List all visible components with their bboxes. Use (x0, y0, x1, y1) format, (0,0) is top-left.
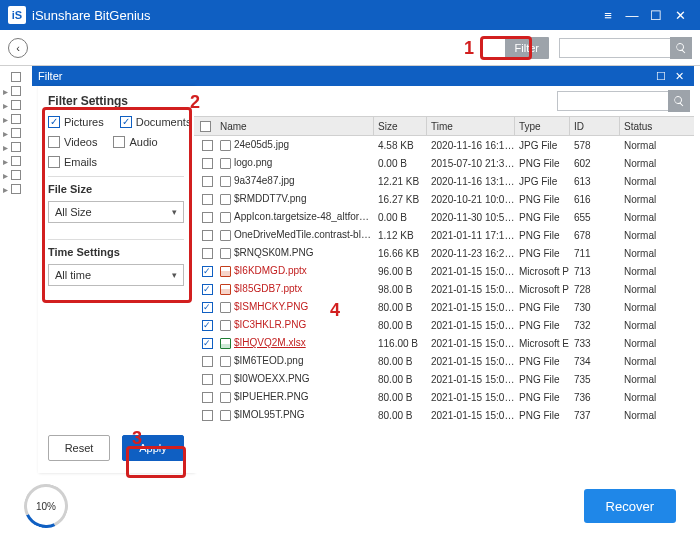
table-row[interactable]: ✓$IHQVQ2M.xlsx116.00 B2021-01-15 15:01:0… (194, 334, 694, 352)
table-row[interactable]: $RMDDT7V.png16.27 KB2020-10-21 10:07:34P… (194, 190, 694, 208)
file-time: 2021-01-15 15:01:07 (427, 302, 515, 313)
table-row[interactable]: 24e05d5.jpg4.58 KB2020-11-16 16:15:51JPG… (194, 136, 694, 154)
file-size: 1.12 KB (374, 230, 427, 241)
col-type[interactable]: Type (515, 117, 570, 135)
row-checkbox[interactable]: ✓ (202, 320, 213, 331)
col-name[interactable]: Name (216, 117, 374, 135)
file-type: JPG File (515, 140, 570, 151)
reset-button[interactable]: Reset (48, 435, 110, 461)
folder-tree[interactable]: ▸ ▸ ▸ ▸ ▸ ▸ ▸ ▸ (0, 66, 32, 473)
table-row[interactable]: AppIcon.targetsize-48_altform-lightunpla… (194, 208, 694, 226)
col-size[interactable]: Size (374, 117, 427, 135)
row-checkbox[interactable] (202, 158, 213, 169)
table-row[interactable]: ✓$I85GDB7.pptx98.00 B2021-01-15 15:01:07… (194, 280, 694, 298)
row-checkbox[interactable] (202, 248, 213, 259)
chevron-down-icon: ▾ (172, 270, 177, 280)
file-id: 735 (570, 374, 620, 385)
file-icon (220, 338, 231, 349)
file-name: $IMOL95T.PNG (234, 409, 305, 420)
row-checkbox[interactable] (202, 392, 213, 403)
table-row[interactable]: $IMOL95T.PNG80.00 B2021-01-15 15:01:07PN… (194, 406, 694, 424)
filter-button[interactable]: Filter (505, 37, 549, 59)
file-time: 2021-01-15 15:01:07 (427, 284, 515, 295)
file-size: 80.00 B (374, 410, 427, 421)
file-status: Normal (620, 392, 694, 403)
file-time: 2020-11-23 16:25:33 (427, 248, 515, 259)
file-type: PNG File (515, 410, 570, 421)
table-row[interactable]: $IM6TEOD.png80.00 B2021-01-15 15:01:07PN… (194, 352, 694, 370)
maximize-button[interactable]: ☐ (644, 8, 668, 23)
select-all-checkbox[interactable] (200, 121, 211, 132)
filter-panel: Filter Settings ✓Pictures ✓Documents ✓Vi… (38, 86, 194, 473)
filter-panel-maximize[interactable]: ☐ (652, 70, 670, 83)
close-button[interactable]: ✕ (668, 8, 692, 23)
table-row[interactable]: ✓$IC3HKLR.PNG80.00 B2021-01-15 15:01:07P… (194, 316, 694, 334)
table-row[interactable]: OneDriveMedTile.contrast-black_scale-100… (194, 226, 694, 244)
file-time: 2021-01-15 15:01:07 (427, 266, 515, 277)
toolbar-search-button[interactable] (670, 37, 692, 59)
table-row[interactable]: ✓$I6KDMGD.pptx96.00 B2021-01-15 15:01:07… (194, 262, 694, 280)
back-button[interactable]: ‹ (8, 38, 28, 58)
toolbar-search-input[interactable] (559, 38, 671, 58)
row-checkbox[interactable]: ✓ (202, 266, 213, 277)
row-checkbox[interactable]: ✓ (202, 338, 213, 349)
table-row[interactable]: $IPUEHER.PNG80.00 B2021-01-15 15:01:07PN… (194, 388, 694, 406)
file-status: Normal (620, 248, 694, 259)
row-checkbox[interactable] (202, 374, 213, 385)
file-id: 736 (570, 392, 620, 403)
file-icon (220, 194, 231, 205)
file-size: 0.00 B (374, 212, 427, 223)
col-id[interactable]: ID (570, 117, 620, 135)
file-type: PNG File (515, 356, 570, 367)
table-row[interactable]: logo.png0.00 B2015-07-10 21:30:42PNG Fil… (194, 154, 694, 172)
filter-check-audio[interactable]: ✓Audio (113, 136, 157, 148)
file-size-select[interactable]: All Size▾ (48, 201, 184, 223)
file-name: logo.png (234, 157, 272, 168)
table-row[interactable]: 9a374e87.jpg12.21 KB2020-11-16 13:13:00J… (194, 172, 694, 190)
file-time: 2021-01-15 15:01:07 (427, 356, 515, 367)
row-checkbox[interactable] (202, 194, 213, 205)
filter-panel-close[interactable]: ✕ (670, 70, 688, 83)
recover-button[interactable]: Recover (584, 489, 676, 523)
col-status[interactable]: Status (620, 117, 694, 135)
grid-search-input[interactable] (557, 91, 669, 111)
filter-panel-titlebar: Filter ☐ ✕ (32, 66, 694, 86)
filter-panel-title: Filter (38, 70, 62, 82)
file-status: Normal (620, 302, 694, 313)
grid-search-button[interactable] (668, 90, 690, 112)
file-size: 80.00 B (374, 320, 427, 331)
row-checkbox[interactable]: ✓ (202, 302, 213, 313)
row-checkbox[interactable] (202, 356, 213, 367)
apply-button[interactable]: Apply (122, 435, 184, 461)
minimize-button[interactable]: — (620, 8, 644, 23)
row-checkbox[interactable] (202, 176, 213, 187)
grid-search (557, 90, 690, 112)
row-checkbox[interactable] (202, 230, 213, 241)
col-time[interactable]: Time (427, 117, 515, 135)
table-row[interactable]: ✓$ISMHCKY.PNG80.00 B2021-01-15 15:01:07P… (194, 298, 694, 316)
file-icon (220, 410, 231, 421)
filter-check-emails[interactable]: ✓Emails (48, 156, 97, 168)
file-size: 80.00 B (374, 392, 427, 403)
file-type: Microsoft P (515, 284, 570, 295)
row-checkbox[interactable] (202, 410, 213, 421)
filter-check-pictures[interactable]: ✓Pictures (48, 116, 104, 128)
file-type: PNG File (515, 392, 570, 403)
filter-check-documents[interactable]: ✓Documents (120, 116, 192, 128)
file-status: Normal (620, 356, 694, 367)
filter-check-videos[interactable]: ✓Videos (48, 136, 97, 148)
file-icon (220, 284, 231, 295)
results-grid: Name Size Time Type ID Status 24e05d5.jp… (194, 86, 694, 473)
row-checkbox[interactable] (202, 140, 213, 151)
file-size: 80.00 B (374, 374, 427, 385)
table-row[interactable]: $RNQSK0M.PNG16.66 KB2020-11-23 16:25:33P… (194, 244, 694, 262)
menu-icon[interactable]: ≡ (596, 8, 620, 23)
row-checkbox[interactable]: ✓ (202, 284, 213, 295)
progress-ring: 10% (18, 478, 74, 534)
table-row[interactable]: $I0WOEXX.PNG80.00 B2021-01-15 15:01:07PN… (194, 370, 694, 388)
row-checkbox[interactable] (202, 212, 213, 223)
file-name: AppIcon.targetsize-48_altform-lightunpla… (234, 211, 374, 222)
file-icon (220, 248, 231, 259)
time-settings-select[interactable]: All time▾ (48, 264, 184, 286)
file-icon (220, 266, 231, 277)
